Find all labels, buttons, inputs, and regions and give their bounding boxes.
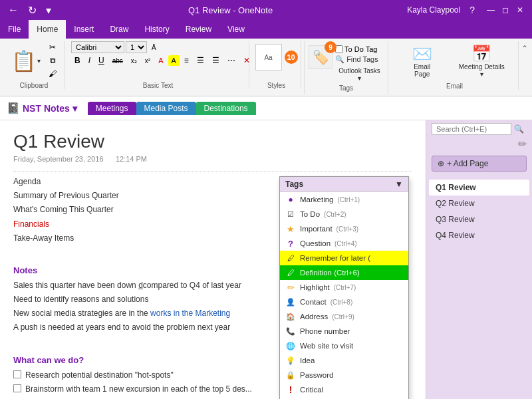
align-button[interactable]: ⋯ xyxy=(224,55,239,66)
bold-button[interactable]: B xyxy=(71,55,84,66)
styles-badge: 10 xyxy=(285,51,298,64)
tag-shortcut-address: (Ctrl+9) xyxy=(332,313,354,321)
tag-item-remember[interactable]: 🖊 Remember for later ( xyxy=(280,251,408,265)
find-tags-button[interactable]: 🔍 Find Tags xyxy=(335,55,378,64)
checkbox-label-1: Research potential destination "hot-spot… xyxy=(25,369,174,382)
add-page-label: + Add Page xyxy=(447,159,488,168)
tags-list[interactable]: ● Marketing (Ctrl+1) ☑ To Do (Ctrl+2) ★ … xyxy=(280,192,408,399)
format-painter-button[interactable]: 🖌 xyxy=(45,68,60,80)
indent-button[interactable]: ≡ xyxy=(181,55,192,66)
tab-media-posts[interactable]: Media Posts xyxy=(136,102,196,115)
tag-item-highlight[interactable]: ✏ Highlight (Ctrl+7) xyxy=(280,280,408,295)
close-button[interactable]: ✕ xyxy=(513,3,527,17)
right-sidebar: 🔍 ✏ ⊕ + Add Page Q1 Review Q2 Review Q3 … xyxy=(426,120,532,399)
window-controls: — ◻ ✕ xyxy=(484,3,527,17)
highlight-button[interactable]: A xyxy=(168,55,180,66)
underline-button[interactable]: U xyxy=(95,55,108,66)
email-page-button[interactable]: ✉️ Email Page xyxy=(403,43,442,80)
tab-destinations[interactable]: Destinations xyxy=(196,102,256,115)
outlook-tasks-button[interactable]: Outlook Tasks ▾ xyxy=(335,66,384,83)
numberedlist-button[interactable]: ☰ xyxy=(209,55,223,66)
menu-draw[interactable]: Draw xyxy=(102,20,136,39)
font-select[interactable]: Calibri xyxy=(71,41,124,53)
definition-icon: 🖊 xyxy=(285,267,296,278)
tag-item-contact[interactable]: 👤 Contact (Ctrl+8) xyxy=(280,295,408,309)
page-item-q2[interactable]: Q2 Review xyxy=(429,196,529,211)
time-text: 12:14 PM xyxy=(116,155,147,163)
title-bar: ← ↻ ▾ Q1 Review - OneNote Kayla Claypool… xyxy=(0,0,532,20)
clear-format-button[interactable]: Ā xyxy=(148,43,160,53)
tag-item-address[interactable]: 🏠 Address (Ctrl+9) xyxy=(280,309,408,324)
tab-meetings[interactable]: Meetings xyxy=(88,102,136,115)
tag-item-website[interactable]: 🌐 Web site to visit xyxy=(280,338,408,353)
window-title: Q1 Review - OneNote xyxy=(54,5,407,15)
paste-button[interactable]: 📋 ▾ xyxy=(8,47,44,74)
minimize-button[interactable]: — xyxy=(484,3,497,17)
tag-label-marketing: Marketing xyxy=(300,196,334,203)
add-page-plus-icon: ⊕ xyxy=(438,159,444,168)
tag-item-question[interactable]: ? Question (Ctrl+4) xyxy=(280,236,408,251)
address-icon: 🏠 xyxy=(285,311,296,322)
forward-button[interactable]: ↻ xyxy=(25,3,39,18)
menu-view[interactable]: View xyxy=(219,20,253,39)
search-bar: 🔍 xyxy=(426,120,532,138)
superscript-button[interactable]: x² xyxy=(142,56,154,66)
menu-home[interactable]: Home xyxy=(29,20,66,39)
ribbon-collapse-button[interactable]: ⌃ xyxy=(521,44,528,53)
notebook-title: 📓 NST Notes ▾ xyxy=(7,102,77,114)
add-page-button[interactable]: ⊕ + Add Page xyxy=(432,156,527,172)
important-icon: ★ xyxy=(285,223,296,234)
search-input[interactable] xyxy=(432,123,511,135)
page-title: Q1 Review xyxy=(13,131,412,152)
page-list: Q1 Review Q2 Review Q3 Review Q4 Review xyxy=(426,177,532,246)
copy-button[interactable]: ⧉ xyxy=(45,55,60,66)
basic-text-group: Calibri 11 Ā B I U abc x₂ x² A A ≡ ☰ ☰ … xyxy=(67,41,249,89)
menu-file[interactable]: File xyxy=(0,20,29,39)
font-size-select[interactable]: 11 xyxy=(126,41,147,53)
help-icon[interactable]: ? xyxy=(466,3,479,17)
customize-button[interactable]: ▾ xyxy=(43,3,54,18)
checkbox-1[interactable] xyxy=(13,370,21,378)
tag-item-critical[interactable]: ! Critical xyxy=(280,382,408,397)
tag-item-idea[interactable]: 💡 Idea xyxy=(280,353,408,368)
tag-item-important[interactable]: ★ Important (Ctrl+3) xyxy=(280,221,408,236)
tag-item-marketing[interactable]: ● Marketing (Ctrl+1) xyxy=(280,192,408,207)
tag-item-todo[interactable]: ☑ To Do (Ctrl+2) xyxy=(280,207,408,221)
tag-label-question: Question xyxy=(300,239,331,247)
tag-label-address: Address xyxy=(300,313,328,321)
italic-button[interactable]: I xyxy=(85,55,94,66)
menu-insert[interactable]: Insert xyxy=(66,20,102,39)
meeting-details-button[interactable]: 📅 Meeting Details ▾ xyxy=(454,43,509,80)
tags-label: Tags xyxy=(339,83,353,92)
back-button[interactable]: ← xyxy=(5,3,21,17)
list-button[interactable]: ☰ xyxy=(194,55,207,66)
delete-button[interactable]: ✕ xyxy=(240,55,253,66)
checkbox-2[interactable] xyxy=(13,384,21,392)
page-date: Friday, September 23, 2016 12:14 PM xyxy=(13,155,412,163)
page-item-q4[interactable]: Q4 Review xyxy=(429,227,529,243)
page-content[interactable]: Q1 Review Friday, September 23, 2016 12:… xyxy=(0,120,426,399)
title-bar-right: Kayla Claypool ? — ◻ ✕ xyxy=(407,3,527,17)
tag-item-phone[interactable]: 📞 Phone number xyxy=(280,324,408,338)
tag-label-remember: Remember for later ( xyxy=(300,254,370,262)
edit-icon[interactable]: ✏ xyxy=(518,138,527,150)
tag-label-important: Important xyxy=(300,225,332,233)
page-item-q1[interactable]: Q1 Review xyxy=(429,180,529,196)
menu-history[interactable]: History xyxy=(136,20,177,39)
font-color-button[interactable]: A xyxy=(155,55,166,66)
tag-label-definition: Definition (Ctrl+6) xyxy=(300,269,360,277)
subscript-button[interactable]: x₂ xyxy=(128,56,140,66)
notebook-name: NST Notes xyxy=(23,103,70,114)
page-item-q3[interactable]: Q3 Review xyxy=(429,211,529,227)
clipboard-label: Clipboard xyxy=(20,80,49,89)
user-name: Kayla Claypool xyxy=(407,5,460,15)
search-icon[interactable]: 🔍 xyxy=(514,124,524,134)
menu-review[interactable]: Review xyxy=(178,20,219,39)
styles-label: Styles xyxy=(267,80,285,89)
notebook-chevron[interactable]: ▾ xyxy=(72,103,77,114)
tag-item-password[interactable]: 🔒 Password xyxy=(280,368,408,382)
cut-button[interactable]: ✂ xyxy=(45,41,60,53)
restore-button[interactable]: ◻ xyxy=(499,3,512,17)
tag-item-definition[interactable]: 🖊 Definition (Ctrl+6) xyxy=(280,265,408,280)
strikethrough-button[interactable]: abc xyxy=(109,56,126,66)
